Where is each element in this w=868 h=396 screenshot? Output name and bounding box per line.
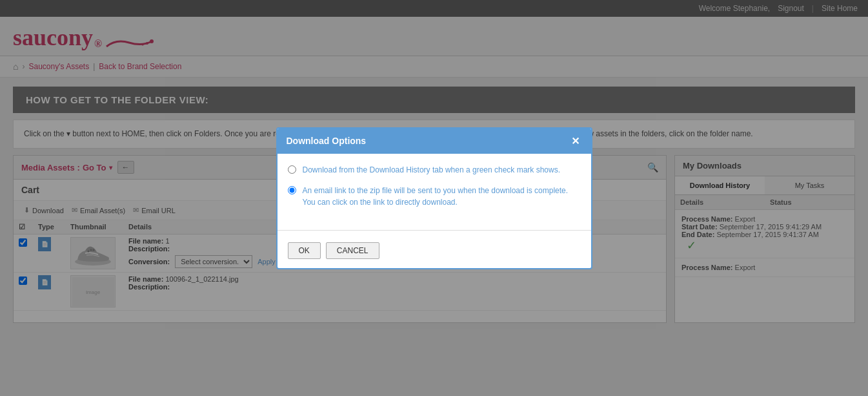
modal-body: Download from the Download History tab w… xyxy=(278,154,591,224)
modal-header: Download Options ✕ xyxy=(278,129,591,154)
radio-option-2[interactable] xyxy=(288,186,296,194)
download-options-modal: Download Options ✕ Download from the Dow… xyxy=(276,127,592,269)
modal-option-1: Download from the Download History tab w… xyxy=(288,164,581,176)
modal-divider xyxy=(278,230,591,231)
option-1-text: Download from the Download History tab w… xyxy=(303,164,561,176)
modal-overlay: Download Options ✕ Download from the Dow… xyxy=(0,0,868,323)
modal-title: Download Options xyxy=(287,136,367,146)
ok-button[interactable]: OK xyxy=(288,242,321,259)
radio-option-1[interactable] xyxy=(288,165,296,174)
modal-close-button[interactable]: ✕ xyxy=(569,135,582,147)
cancel-button[interactable]: CANCEL xyxy=(326,242,379,259)
modal-option-2: An email link to the zip file will be se… xyxy=(288,185,581,208)
option-2-text: An email link to the zip file will be se… xyxy=(303,185,581,208)
modal-footer: OK CANCEL xyxy=(278,237,591,268)
